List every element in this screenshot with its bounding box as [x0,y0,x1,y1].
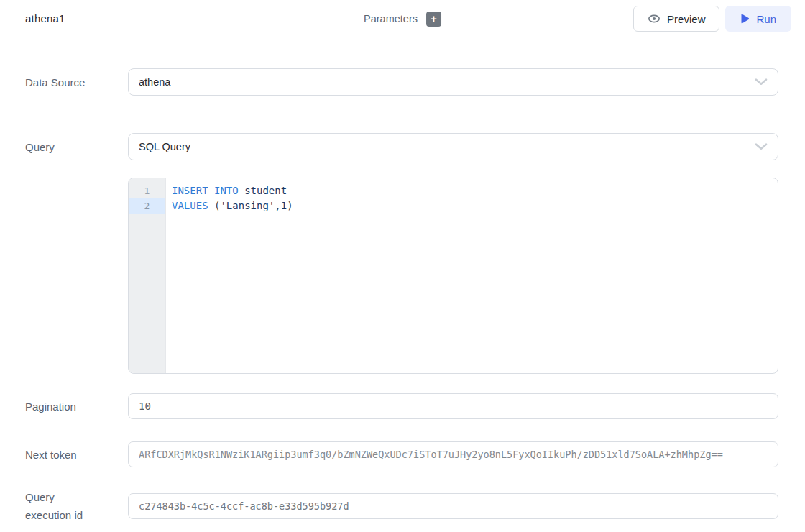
chevron-down-icon [755,143,768,151]
run-button[interactable]: Run [725,6,791,32]
query-execution-id-row: Query execution id [25,488,805,524]
next-token-input[interactable] [128,441,778,467]
parameters-section: Parameters + [364,0,441,37]
query-title: athena1 [25,12,65,24]
sql-editor[interactable]: 12 INSERT INTO studentVALUES ('Lansing',… [128,178,778,374]
query-type-row: Query SQL Query [25,133,805,160]
code-line: INSERT INTO student [172,183,778,198]
query-type-label: Query [25,138,128,156]
preview-button[interactable]: Preview [633,6,719,32]
header-actions: Preview Run [633,6,791,32]
query-type-value: SQL Query [139,141,190,152]
run-button-label: Run [756,13,776,25]
next-token-row: Next token [25,441,805,467]
query-execution-id-label: Query execution id [25,488,128,524]
line-number: 2 [129,198,165,214]
next-token-label: Next token [25,446,128,464]
data-source-value: athena [139,76,170,88]
query-type-select[interactable]: SQL Query [128,133,778,160]
editor-gutter: 12 [129,178,166,373]
sql-editor-row: 12 INSERT INTO studentVALUES ('Lansing',… [25,178,805,374]
eye-icon [648,14,661,24]
pagination-row: Pagination [25,393,805,419]
play-icon [740,14,750,24]
plus-icon: + [431,12,437,25]
query-execution-id-input[interactable] [128,493,778,519]
pagination-label: Pagination [25,398,128,416]
data-source-row: Data Source athena [25,68,805,96]
preview-button-label: Preview [667,13,705,25]
line-number: 1 [129,183,165,198]
add-parameter-button[interactable]: + [426,12,441,27]
query-form: Data Source athena Query SQL Query [0,37,805,524]
data-source-label: Data Source [25,73,128,91]
parameters-label: Parameters [364,13,418,24]
data-source-select[interactable]: athena [128,68,778,96]
pagination-input[interactable] [128,393,778,419]
chevron-down-icon [755,78,768,86]
header: athena1 Parameters + Preview Run [0,0,805,37]
code-line: VALUES ('Lansing',1) [172,198,778,214]
editor-code[interactable]: INSERT INTO studentVALUES ('Lansing',1) [166,178,778,373]
